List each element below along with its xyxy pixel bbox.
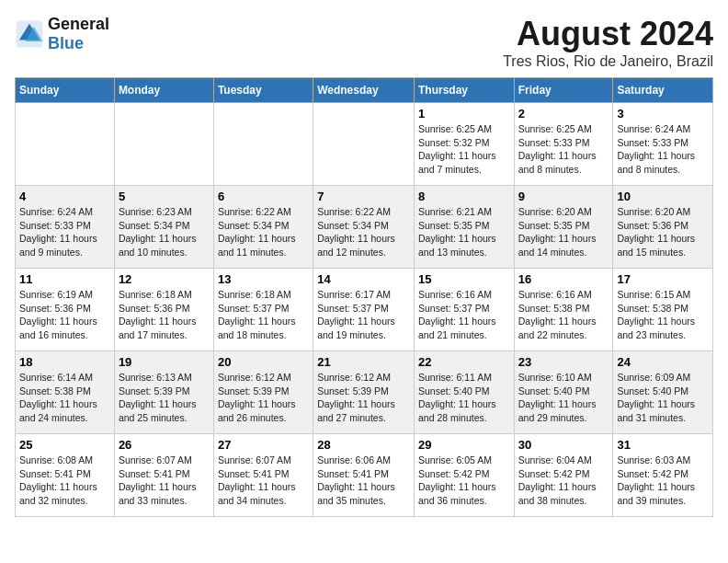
calendar-cell: 30Sunrise: 6:04 AM Sunset: 5:42 PM Dayli…: [514, 434, 613, 517]
logo: General Blue: [15, 15, 109, 53]
calendar-cell: 31Sunrise: 6:03 AM Sunset: 5:42 PM Dayli…: [613, 434, 713, 517]
day-number: 7: [317, 190, 410, 203]
day-header-friday: Friday: [514, 78, 613, 103]
day-number: 8: [418, 190, 510, 203]
day-details: Sunrise: 6:11 AM Sunset: 5:40 PM Dayligh…: [418, 371, 510, 425]
calendar-cell: 8Sunrise: 6:21 AM Sunset: 5:35 PM Daylig…: [414, 186, 514, 269]
day-details: Sunrise: 6:04 AM Sunset: 5:42 PM Dayligh…: [518, 454, 609, 508]
day-details: Sunrise: 6:05 AM Sunset: 5:42 PM Dayligh…: [418, 454, 510, 508]
day-number: 25: [19, 438, 110, 452]
calendar-cell: [114, 103, 213, 186]
day-details: Sunrise: 6:07 AM Sunset: 5:41 PM Dayligh…: [119, 454, 210, 508]
logo-blue: Blue: [48, 34, 84, 52]
day-details: Sunrise: 6:19 AM Sunset: 5:36 PM Dayligh…: [19, 288, 110, 342]
day-details: Sunrise: 6:08 AM Sunset: 5:41 PM Dayligh…: [19, 454, 110, 508]
week-row-4: 18Sunrise: 6:14 AM Sunset: 5:38 PM Dayli…: [16, 351, 713, 434]
calendar-cell: [313, 103, 415, 186]
day-details: Sunrise: 6:16 AM Sunset: 5:37 PM Dayligh…: [418, 288, 510, 342]
day-number: 29: [418, 438, 510, 452]
day-number: 26: [119, 438, 210, 452]
day-details: Sunrise: 6:15 AM Sunset: 5:38 PM Dayligh…: [617, 288, 709, 342]
day-number: 2: [518, 107, 609, 121]
day-number: 11: [19, 272, 110, 286]
day-number: 20: [218, 355, 309, 369]
page-title: August 2024: [503, 15, 713, 53]
day-number: 5: [119, 190, 210, 203]
calendar-cell: 6Sunrise: 6:22 AM Sunset: 5:34 PM Daylig…: [213, 186, 313, 269]
calendar-cell: 13Sunrise: 6:18 AM Sunset: 5:37 PM Dayli…: [213, 269, 313, 351]
day-details: Sunrise: 6:25 AM Sunset: 5:33 PM Dayligh…: [518, 122, 609, 177]
day-details: Sunrise: 6:18 AM Sunset: 5:37 PM Dayligh…: [218, 288, 309, 342]
calendar-cell: 21Sunrise: 6:12 AM Sunset: 5:39 PM Dayli…: [313, 351, 415, 434]
day-number: 22: [418, 355, 510, 369]
day-number: 3: [617, 107, 709, 121]
calendar-cell: 2Sunrise: 6:25 AM Sunset: 5:33 PM Daylig…: [514, 103, 613, 186]
day-number: 4: [19, 190, 110, 203]
calendar-cell: 15Sunrise: 6:16 AM Sunset: 5:37 PM Dayli…: [414, 269, 514, 351]
calendar-cell: 29Sunrise: 6:05 AM Sunset: 5:42 PM Dayli…: [414, 434, 514, 517]
calendar-cell: 5Sunrise: 6:23 AM Sunset: 5:34 PM Daylig…: [114, 186, 213, 269]
calendar-cell: 11Sunrise: 6:19 AM Sunset: 5:36 PM Dayli…: [16, 269, 115, 351]
day-number: 6: [218, 190, 309, 203]
day-header-monday: Monday: [114, 78, 213, 103]
day-number: 18: [19, 355, 110, 369]
calendar-cell: 10Sunrise: 6:20 AM Sunset: 5:36 PM Dayli…: [613, 186, 713, 269]
day-details: Sunrise: 6:23 AM Sunset: 5:34 PM Dayligh…: [119, 205, 210, 259]
day-details: Sunrise: 6:24 AM Sunset: 5:33 PM Dayligh…: [19, 205, 110, 259]
calendar-cell: [16, 103, 115, 186]
calendar-cell: 17Sunrise: 6:15 AM Sunset: 5:38 PM Dayli…: [613, 269, 713, 351]
calendar-cell: 3Sunrise: 6:24 AM Sunset: 5:33 PM Daylig…: [613, 103, 713, 186]
calendar-cell: 25Sunrise: 6:08 AM Sunset: 5:41 PM Dayli…: [16, 434, 115, 517]
calendar-cell: 12Sunrise: 6:18 AM Sunset: 5:36 PM Dayli…: [114, 269, 213, 351]
day-details: Sunrise: 6:17 AM Sunset: 5:37 PM Dayligh…: [317, 288, 410, 342]
calendar-cell: 16Sunrise: 6:16 AM Sunset: 5:38 PM Dayli…: [514, 269, 613, 351]
day-number: 12: [119, 272, 210, 286]
day-details: Sunrise: 6:12 AM Sunset: 5:39 PM Dayligh…: [317, 371, 410, 425]
title-area: August 2024 Tres Rios, Rio de Janeiro, B…: [503, 15, 713, 70]
day-details: Sunrise: 6:20 AM Sunset: 5:36 PM Dayligh…: [617, 205, 709, 259]
day-header-tuesday: Tuesday: [213, 78, 313, 103]
day-number: 31: [617, 438, 709, 452]
day-details: Sunrise: 6:20 AM Sunset: 5:35 PM Dayligh…: [518, 205, 609, 259]
day-number: 23: [518, 355, 609, 369]
calendar-cell: 18Sunrise: 6:14 AM Sunset: 5:38 PM Dayli…: [16, 351, 115, 434]
calendar-cell: 1Sunrise: 6:25 AM Sunset: 5:32 PM Daylig…: [414, 103, 514, 186]
day-number: 15: [418, 272, 510, 286]
day-details: Sunrise: 6:25 AM Sunset: 5:32 PM Dayligh…: [418, 122, 510, 177]
day-details: Sunrise: 6:22 AM Sunset: 5:34 PM Dayligh…: [218, 205, 309, 259]
day-details: Sunrise: 6:03 AM Sunset: 5:42 PM Dayligh…: [617, 454, 709, 508]
calendar-cell: 9Sunrise: 6:20 AM Sunset: 5:35 PM Daylig…: [514, 186, 613, 269]
day-details: Sunrise: 6:07 AM Sunset: 5:41 PM Dayligh…: [218, 454, 309, 508]
day-details: Sunrise: 6:12 AM Sunset: 5:39 PM Dayligh…: [218, 371, 309, 425]
calendar-cell: [213, 103, 313, 186]
day-number: 24: [617, 355, 709, 369]
calendar-cell: 22Sunrise: 6:11 AM Sunset: 5:40 PM Dayli…: [414, 351, 514, 434]
day-header-wednesday: Wednesday: [313, 78, 415, 103]
calendar-cell: 19Sunrise: 6:13 AM Sunset: 5:39 PM Dayli…: [114, 351, 213, 434]
calendar-table: SundayMondayTuesdayWednesdayThursdayFrid…: [15, 77, 713, 517]
day-number: 28: [317, 438, 410, 452]
logo-text: General Blue: [48, 15, 109, 53]
calendar-cell: 23Sunrise: 6:10 AM Sunset: 5:40 PM Dayli…: [514, 351, 613, 434]
day-header-sunday: Sunday: [16, 78, 115, 103]
day-header-saturday: Saturday: [613, 78, 713, 103]
day-details: Sunrise: 6:16 AM Sunset: 5:38 PM Dayligh…: [518, 288, 609, 342]
day-details: Sunrise: 6:21 AM Sunset: 5:35 PM Dayligh…: [418, 205, 510, 259]
day-number: 9: [518, 190, 609, 203]
day-details: Sunrise: 6:14 AM Sunset: 5:38 PM Dayligh…: [19, 371, 110, 425]
day-details: Sunrise: 6:06 AM Sunset: 5:41 PM Dayligh…: [317, 454, 410, 508]
day-details: Sunrise: 6:22 AM Sunset: 5:34 PM Dayligh…: [317, 205, 410, 259]
calendar-cell: 4Sunrise: 6:24 AM Sunset: 5:33 PM Daylig…: [16, 186, 115, 269]
calendar-cell: 14Sunrise: 6:17 AM Sunset: 5:37 PM Dayli…: [313, 269, 415, 351]
day-number: 14: [317, 272, 410, 286]
day-number: 17: [617, 272, 709, 286]
day-details: Sunrise: 6:24 AM Sunset: 5:33 PM Dayligh…: [617, 122, 709, 177]
day-number: 13: [218, 272, 309, 286]
day-details: Sunrise: 6:09 AM Sunset: 5:40 PM Dayligh…: [617, 371, 709, 425]
calendar-cell: 24Sunrise: 6:09 AM Sunset: 5:40 PM Dayli…: [613, 351, 713, 434]
day-number: 30: [518, 438, 609, 452]
day-number: 10: [617, 190, 709, 203]
day-header-thursday: Thursday: [414, 78, 514, 103]
day-number: 16: [518, 272, 609, 286]
page-subtitle: Tres Rios, Rio de Janeiro, Brazil: [503, 53, 713, 70]
